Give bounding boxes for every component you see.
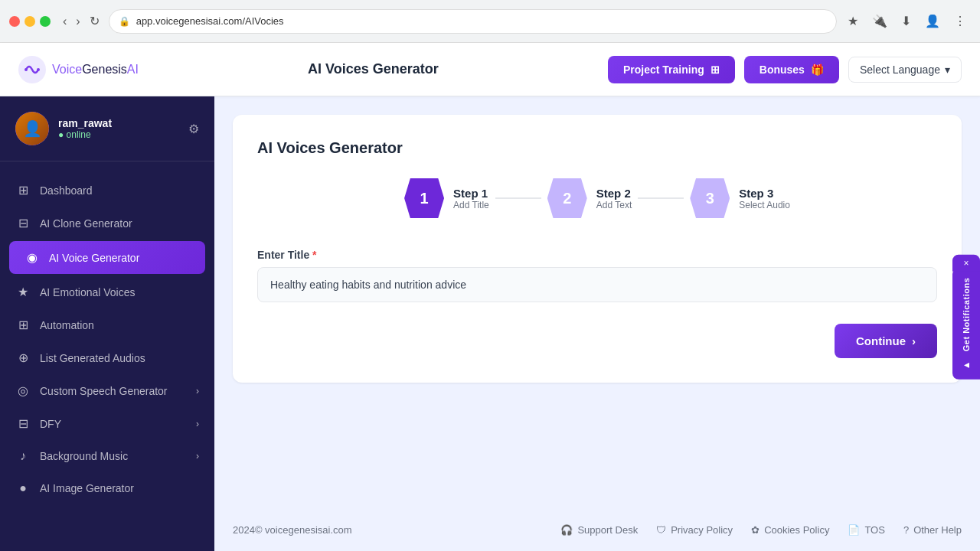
clone-icon: ⊟ <box>15 216 31 230</box>
bookmark-button[interactable]: ★ <box>843 12 863 30</box>
back-button[interactable]: ‹ <box>60 12 70 30</box>
menu-button[interactable]: ⋮ <box>949 12 971 30</box>
notifications-panel[interactable]: × Get Notifications ◂ <box>952 269 980 380</box>
gift-icon: 🎁 <box>811 64 824 76</box>
url-text: app.voicegenesisai.com/AIVocies <box>136 15 284 27</box>
chevron-down-icon: ▾ <box>945 64 950 76</box>
forward-button[interactable]: › <box>73 12 83 30</box>
username: ram_rawat <box>58 117 179 129</box>
dashboard-icon: ⊞ <box>15 183 31 197</box>
step-3-info: Step 3 Select Audio <box>739 187 790 210</box>
field-label: Enter Title * <box>257 249 937 261</box>
step-1-label: Step 1 <box>453 187 489 200</box>
step-1-sublabel: Add Title <box>453 200 489 210</box>
help-icon: ? <box>903 524 909 536</box>
bonuses-button[interactable]: Bonuses 🎁 <box>744 56 839 83</box>
sidebar: 👤 ram_rawat ● online ⚙ ⊞ Dashboard ⊟ AI … <box>0 96 214 551</box>
sidebar-item-ai-emotional[interactable]: ★ AI Emotional Voices <box>0 276 214 308</box>
address-bar[interactable]: 🔒 app.voicegenesisai.com/AIVocies <box>109 9 837 34</box>
sidebar-item-automation[interactable]: ⊞ Automation <box>0 308 214 341</box>
speech-icon: ◎ <box>15 383 31 398</box>
footer-links: 🎧 Support Desk 🛡 Privacy Policy ✿ Cookie… <box>560 524 962 536</box>
shield-icon: 🛡 <box>656 524 666 536</box>
svg-point-2 <box>37 68 40 71</box>
sidebar-item-list-audios[interactable]: ⊕ List Generated Audios <box>0 341 214 374</box>
document-icon: 📄 <box>848 524 860 536</box>
close-window-btn[interactable] <box>9 16 20 27</box>
sidebar-item-ai-voice[interactable]: ◉ AI Voice Generator <box>9 241 205 274</box>
download-button[interactable]: ⬇ <box>897 12 916 30</box>
page-title: AI Voices Generator <box>257 139 937 157</box>
top-navbar: VoiceGenesisAI AI Voices Generator Proje… <box>0 43 980 96</box>
support-desk-link[interactable]: 🎧 Support Desk <box>560 524 638 536</box>
tos-link[interactable]: 📄 TOS <box>848 524 885 536</box>
step-2-info: Step 2 Add Text <box>596 187 632 210</box>
nav-page-title: AI Voices Generator <box>308 61 439 77</box>
sidebar-item-label: AI Clone Generator <box>40 217 132 230</box>
content-area: AI Voices Generator 1 Step 1 Add Title <box>214 96 980 509</box>
project-training-button[interactable]: Project Training ⊞ <box>608 56 735 83</box>
notifications-close-button[interactable]: × <box>952 255 980 272</box>
sidebar-item-label: AI Emotional Voices <box>40 286 136 298</box>
language-selector[interactable]: Select Language ▾ <box>848 57 962 83</box>
security-icon: 🔒 <box>119 16 130 27</box>
step-3: 3 Step 3 Select Audio <box>690 178 790 218</box>
title-input[interactable] <box>257 267 937 302</box>
copyright-text: 2024© voicegenesisai.com <box>233 524 352 536</box>
user-section: 👤 ram_rawat ● online ⚙ <box>0 112 214 161</box>
profile-button[interactable]: 👤 <box>920 12 945 30</box>
user-info: ram_rawat ● online <box>58 117 179 140</box>
other-help-link[interactable]: ? Other Help <box>903 524 962 536</box>
extensions-button[interactable]: 🔌 <box>867 12 892 30</box>
settings-icon[interactable]: ⚙ <box>188 122 199 136</box>
sidebar-item-ai-clone[interactable]: ⊟ AI Clone Generator <box>0 207 214 240</box>
emotional-icon: ★ <box>15 285 31 299</box>
step-1: 1 Step 1 Add Title <box>404 178 489 218</box>
footer: 2024© voicegenesisai.com 🎧 Support Desk … <box>214 509 980 551</box>
sidebar-item-background-music[interactable]: ♪ Background Music › <box>0 440 214 472</box>
step-3-sublabel: Select Audio <box>739 200 790 210</box>
notifications-label: Get Notifications <box>962 278 971 352</box>
svg-point-1 <box>24 68 28 71</box>
step-connector-1 <box>495 197 541 199</box>
sidebar-item-label: AI Image Generator <box>40 482 134 494</box>
privacy-policy-link[interactable]: 🛡 Privacy Policy <box>656 524 733 536</box>
form-section: Enter Title * Continue › <box>257 249 937 358</box>
sidebar-item-dfy[interactable]: ⊟ DFY › <box>0 407 214 440</box>
maximize-window-btn[interactable] <box>40 16 51 27</box>
step-3-badge: 3 <box>690 178 730 218</box>
reload-button[interactable]: ↻ <box>87 12 103 30</box>
sidebar-item-label: Automation <box>40 319 94 331</box>
continue-button[interactable]: Continue › <box>835 324 937 358</box>
minimize-window-btn[interactable] <box>24 16 35 27</box>
steps-row: 1 Step 1 Add Title 2 <box>257 178 937 218</box>
sidebar-item-label: List Generated Audios <box>40 352 145 364</box>
automation-icon: ⊞ <box>15 318 31 332</box>
sidebar-item-label: Dashboard <box>40 184 93 197</box>
grid-icon: ⊞ <box>710 64 720 76</box>
browser-chrome: ‹ › ↻ 🔒 app.voicegenesisai.com/AIVocies … <box>0 0 980 43</box>
cookies-policy-link[interactable]: ✿ Cookies Policy <box>751 524 829 536</box>
avatar: 👤 <box>15 112 49 145</box>
logo-text: VoiceGenesisAI <box>52 63 139 77</box>
chevron-right-icon: › <box>196 386 199 396</box>
list-icon: ⊕ <box>15 350 31 365</box>
chevron-right-icon: › <box>912 334 916 347</box>
nav-actions: Project Training ⊞ Bonuses 🎁 Select Lang… <box>608 56 962 83</box>
sidebar-item-dashboard[interactable]: ⊞ Dashboard <box>0 174 214 207</box>
step-1-badge: 1 <box>404 178 444 218</box>
voice-icon: ◉ <box>24 250 40 265</box>
page-card: AI Voices Generator 1 Step 1 Add Title <box>233 115 962 383</box>
sidebar-item-ai-image[interactable]: ● AI Image Generator <box>0 472 214 504</box>
sidebar-item-label: Background Music <box>40 450 128 462</box>
select-language-label: Select Language <box>860 64 940 76</box>
step-2: 2 Step 2 Add Text <box>547 178 632 218</box>
dfy-icon: ⊟ <box>15 416 31 431</box>
step-connector-2 <box>638 197 684 199</box>
sidebar-item-custom-speech[interactable]: ◎ Custom Speech Generator › <box>0 374 214 407</box>
close-icon: × <box>963 258 969 269</box>
image-icon: ● <box>15 481 31 495</box>
sidebar-item-label: Custom Speech Generator <box>40 385 168 397</box>
sidebar-item-label: DFY <box>40 418 61 430</box>
cookie-icon: ✿ <box>751 524 760 536</box>
